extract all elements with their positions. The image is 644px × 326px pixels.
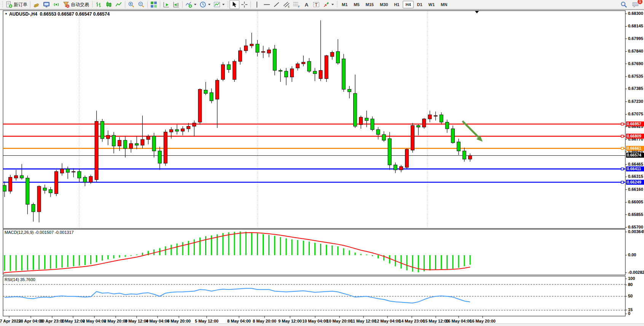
chat-button[interactable]: 1: [630, 0, 641, 9]
monitor-button[interactable]: [41, 0, 51, 9]
candle-body: [382, 134, 386, 140]
channel-button[interactable]: E: [282, 0, 292, 9]
toolbar-group: 新订单: [4, 0, 29, 9]
new-order-label: 新订单: [14, 2, 27, 8]
trend-arrow-head-icon[interactable]: [477, 136, 483, 142]
timeframe-button-mn[interactable]: MN: [438, 1, 450, 8]
candle-body: [198, 89, 202, 122]
chevron-down-icon[interactable]: [208, 4, 210, 5]
zoom-in-button[interactable]: [126, 0, 136, 9]
candle-body: [239, 51, 242, 61]
level-line-anchor[interactable]: [621, 147, 623, 150]
signal-button[interactable]: [51, 0, 61, 9]
macd-axis-tick: -0.002824: [628, 270, 644, 275]
timeframe-button-d1[interactable]: D1: [414, 1, 425, 8]
rsi-axis-tick: 80: [628, 282, 633, 287]
rsi-line: [5, 288, 470, 303]
chevron-down-icon[interactable]: [222, 4, 225, 5]
toolbar-grip: [91, 1, 93, 8]
time-axis-tick: 4 May 04:00: [146, 319, 169, 323]
candle-body: [405, 149, 409, 167]
toolbar-separator: [182, 1, 183, 8]
candle-body: [388, 139, 391, 165]
fibonacci-button[interactable]: F: [292, 0, 301, 9]
templates-button[interactable]: [212, 0, 226, 9]
toolbar-group: [161, 0, 181, 9]
candles-chart-button[interactable]: [104, 0, 114, 9]
text-label-button[interactable]: T: [311, 0, 321, 9]
candle-body: [250, 44, 253, 46]
templates-icon: [214, 1, 220, 8]
candle-body: [106, 135, 110, 139]
crosshair-button[interactable]: [239, 0, 249, 9]
candle-body: [14, 176, 18, 178]
timeframe-button-m15[interactable]: M15: [363, 1, 376, 8]
toolbar-group: [94, 0, 124, 9]
level-line-anchor[interactable]: [621, 168, 623, 170]
line-chart-button[interactable]: [114, 0, 124, 9]
toolbar-grip: [2, 1, 3, 8]
chevron-down-icon[interactable]: [332, 4, 334, 5]
timeframe-button-h1[interactable]: H1: [391, 1, 402, 8]
search-button[interactable]: [619, 0, 629, 9]
rsi-axis-tick: 0: [628, 311, 630, 316]
chart-collapse-icon[interactable]: ▼: [5, 12, 8, 16]
crosshair-icon: [241, 1, 248, 8]
bars-chart-button[interactable]: [94, 0, 104, 9]
candle-body: [118, 140, 121, 146]
chart-canvas[interactable]: [0, 0, 644, 326]
candle-body: [210, 93, 213, 101]
chevron-down-icon[interactable]: [194, 4, 196, 5]
candle-body: [256, 44, 259, 53]
rsi-axis-tick: 50: [628, 294, 633, 298]
scroll-marker-icon[interactable]: [475, 11, 479, 13]
macd-signal-line: [3, 233, 470, 273]
timeframe-button-m5[interactable]: M5: [351, 1, 362, 8]
candle-body: [3, 185, 6, 191]
zoom-out-button[interactable]: [136, 0, 146, 9]
new-order-button[interactable]: 新订单: [4, 0, 29, 9]
candle-body: [261, 51, 265, 52]
candle-body: [284, 71, 288, 77]
timeframe-button-m1[interactable]: M1: [339, 1, 350, 8]
periods-button[interactable]: [198, 0, 212, 9]
candles-chart-icon: [105, 1, 112, 8]
arrows-button[interactable]: [321, 0, 335, 9]
candle-body: [66, 169, 70, 173]
candle-body: [20, 176, 24, 178]
text-button[interactable]: A: [301, 0, 311, 9]
candle-body: [336, 51, 340, 63]
level-line-anchor[interactable]: [621, 181, 623, 184]
text-label-icon: T: [313, 1, 320, 8]
svg-text:A: A: [305, 2, 309, 8]
timeframe-button-h4[interactable]: H4: [403, 1, 413, 8]
level-line-anchor[interactable]: [621, 135, 623, 137]
timeframe-button-w1[interactable]: W1: [426, 1, 438, 8]
time-axis-tick: 2 May 04:00: [83, 319, 106, 323]
time-axis-tick: 1 May 12:00: [61, 319, 85, 323]
time-axis-tick: 14 May 23:00: [399, 319, 425, 323]
periods-icon: [199, 1, 206, 8]
arrows-icon: [323, 1, 330, 8]
price-axis-tick: 0.67995: [628, 36, 643, 41]
gold-button[interactable]: [32, 0, 41, 9]
toolbar-separator: [147, 1, 148, 8]
level-line-anchor[interactable]: [621, 123, 623, 125]
cursor-button[interactable]: [230, 0, 239, 9]
auto-scroll-button[interactable]: [161, 0, 171, 9]
candle-body: [204, 90, 207, 94]
candle-body: [158, 151, 161, 163]
horizontal-line-button[interactable]: [262, 0, 272, 9]
vertical-line-button[interactable]: [252, 0, 262, 9]
chart-shift-button[interactable]: [171, 0, 181, 9]
timeframe-button-m30[interactable]: M30: [377, 1, 391, 8]
level-price-label: 0.66957: [626, 121, 644, 126]
tile-windows-button[interactable]: [149, 0, 159, 9]
autotrading-button[interactable]: 自动交易: [61, 0, 91, 9]
text-icon: A: [303, 1, 310, 8]
signal-icon: [53, 1, 60, 8]
candle-body: [440, 115, 443, 122]
indicators-button[interactable]: [184, 0, 198, 9]
trend-arrow-shaft[interactable]: [462, 121, 478, 137]
trendline-button[interactable]: [272, 0, 282, 9]
